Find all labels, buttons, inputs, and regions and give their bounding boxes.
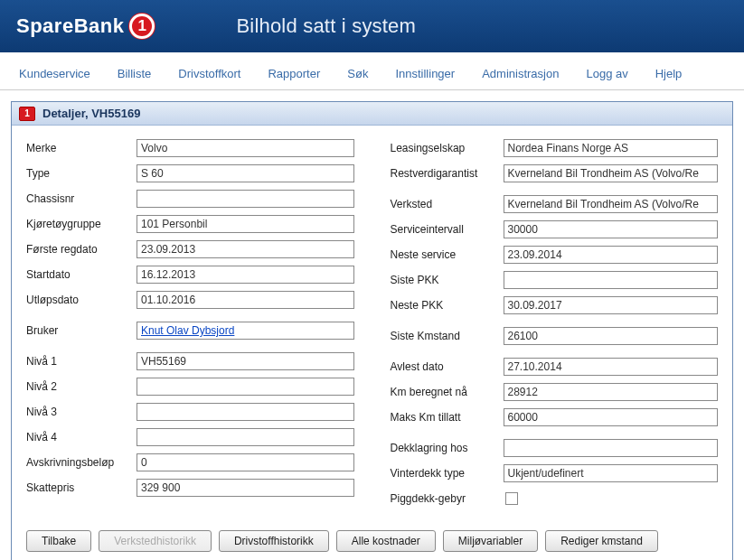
vinterdekk-type-field[interactable]: Ukjent/udefinert — [504, 464, 719, 482]
right-column: Leasingselskap Nordea Finans Norge AS Re… — [391, 138, 719, 514]
panel-title: Detaljer, VH55169 — [42, 107, 140, 120]
niva2-field[interactable] — [137, 378, 354, 396]
merke-label: Merke — [26, 142, 137, 154]
brand-logo-icon: 1 — [129, 14, 155, 39]
verksted-label: Verksted — [391, 198, 504, 210]
niva4-label: Nivå 4 — [26, 431, 137, 443]
verkstedhistorikk-button: Verkstedhistorikk — [99, 530, 212, 552]
niva4-field[interactable] — [137, 428, 354, 446]
left-column: Merke Volvo Type S 60 Chassisnr Kjøretøy… — [26, 138, 354, 514]
maks-km-tillatt-label: Maks Km tillatt — [391, 411, 504, 424]
nav-logg-av[interactable]: Logg av — [572, 58, 641, 89]
forste-regdato-field[interactable]: 23.09.2013 — [137, 240, 354, 258]
kjoretoygruppe-field[interactable]: 101 Personbil — [137, 215, 354, 233]
neste-pkk-label: Neste PKK — [391, 299, 504, 312]
leasingselskap-label: Leasingselskap — [391, 142, 504, 154]
brand-text: SpareBank — [16, 14, 124, 38]
siste-kmstand-label: Siste Kmstand — [391, 330, 504, 342]
nav-rapporter[interactable]: Rapporter — [254, 58, 334, 89]
button-row: Tilbake Verkstedhistorikk Drivstoffhisto… — [26, 530, 718, 552]
startdato-field[interactable]: 16.12.2013 — [137, 266, 354, 284]
piggdekk-gebyr-label: Piggdekk-gebyr — [391, 492, 504, 505]
drivstoffhistorikk-button[interactable]: Drivstoffhistorikk — [219, 530, 329, 552]
piggdekk-gebyr-checkbox[interactable] — [505, 492, 518, 505]
leasingselskap-field[interactable]: Nordea Finans Norge AS — [504, 139, 719, 157]
miljovariabler-button[interactable]: Miljøvariabler — [443, 530, 538, 552]
km-beregnet-na-field[interactable]: 28912 — [504, 383, 719, 401]
nav-drivstoffkort[interactable]: Drivstoffkort — [165, 58, 254, 89]
neste-service-label: Neste service — [391, 248, 504, 261]
avlest-dato-label: Avlest dato — [391, 360, 504, 373]
alle-kostnader-button[interactable]: Alle kostnader — [336, 530, 436, 552]
verksted-field[interactable]: Kverneland Bil Trondheim AS (Volvo/Re — [504, 195, 719, 213]
nav-hjelp[interactable]: Hjelp — [642, 58, 696, 89]
nav-kundeservice[interactable]: Kundeservice — [5, 58, 104, 89]
niva3-field[interactable] — [137, 403, 354, 421]
dekklagring-hos-field[interactable] — [504, 439, 719, 457]
restverdigarantist-field[interactable]: Kverneland Bil Trondheim AS (Volvo/Re — [504, 164, 719, 182]
km-beregnet-na-label: Km beregnet nå — [391, 386, 504, 398]
startdato-label: Startdato — [26, 268, 137, 281]
nav-billiste[interactable]: Billiste — [104, 58, 165, 89]
type-field[interactable]: S 60 — [137, 164, 354, 182]
rediger-kmstand-button[interactable]: Rediger kmstand — [545, 530, 658, 552]
merke-field[interactable]: Volvo — [137, 139, 354, 157]
niva3-label: Nivå 3 — [26, 406, 137, 418]
panel-logo-icon: 1 — [19, 107, 35, 121]
type-label: Type — [26, 167, 137, 180]
neste-service-field[interactable]: 23.09.2014 — [504, 246, 719, 264]
avskrivningsbelop-field[interactable]: 0 — [137, 453, 354, 471]
bruker-label: Bruker — [26, 324, 137, 337]
bruker-link[interactable]: Knut Olav Dybsjord — [137, 322, 354, 340]
skattepris-field[interactable]: 329 900 — [137, 479, 354, 497]
utlopsdato-field[interactable]: 01.10.2016 — [137, 291, 354, 309]
chassisnr-label: Chassisnr — [26, 192, 137, 205]
avlest-dato-field[interactable]: 27.10.2014 — [504, 358, 719, 376]
maks-km-tillatt-field[interactable]: 60000 — [504, 408, 719, 426]
neste-pkk-field[interactable]: 30.09.2017 — [504, 296, 719, 314]
serviceintervall-label: Serviceintervall — [391, 223, 504, 236]
utlopsdato-label: Utløpsdato — [26, 294, 137, 306]
details-panel: 1 Detaljer, VH55169 Merke Volvo Type S 6… — [11, 101, 733, 560]
page-title: Bilhold satt i system — [236, 14, 416, 38]
tilbake-button[interactable]: Tilbake — [26, 530, 91, 552]
kjoretoygruppe-label: Kjøretøygruppe — [26, 218, 137, 230]
serviceintervall-field[interactable]: 30000 — [504, 220, 719, 238]
main-navbar: Kundeservice Billiste Drivstoffkort Rapp… — [0, 58, 744, 90]
nav-administrasjon[interactable]: Administrasjon — [468, 58, 572, 89]
vinterdekk-type-label: Vinterdekk type — [391, 467, 504, 480]
nav-sok[interactable]: Søk — [334, 58, 381, 89]
app-header: SpareBank 1 Bilhold satt i system — [0, 0, 744, 52]
siste-pkk-field[interactable] — [504, 271, 719, 289]
skattepris-label: Skattepris — [26, 481, 137, 494]
chassisnr-field[interactable] — [137, 190, 354, 208]
dekklagring-hos-label: Dekklagring hos — [391, 442, 504, 454]
nav-innstillinger[interactable]: Innstillinger — [381, 58, 468, 89]
panel-header: 1 Detaljer, VH55169 — [12, 102, 732, 126]
niva1-field[interactable]: VH55169 — [137, 352, 354, 370]
niva2-label: Nivå 2 — [26, 380, 137, 393]
brand: SpareBank 1 — [16, 14, 155, 39]
niva1-label: Nivå 1 — [26, 355, 137, 368]
siste-pkk-label: Siste PKK — [391, 274, 504, 286]
avskrivningsbelop-label: Avskrivningsbeløp — [26, 456, 137, 469]
forste-regdato-label: Første regdato — [26, 243, 137, 256]
siste-kmstand-field[interactable]: 26100 — [504, 327, 719, 345]
restverdigarantist-label: Restverdigarantist — [391, 167, 504, 180]
